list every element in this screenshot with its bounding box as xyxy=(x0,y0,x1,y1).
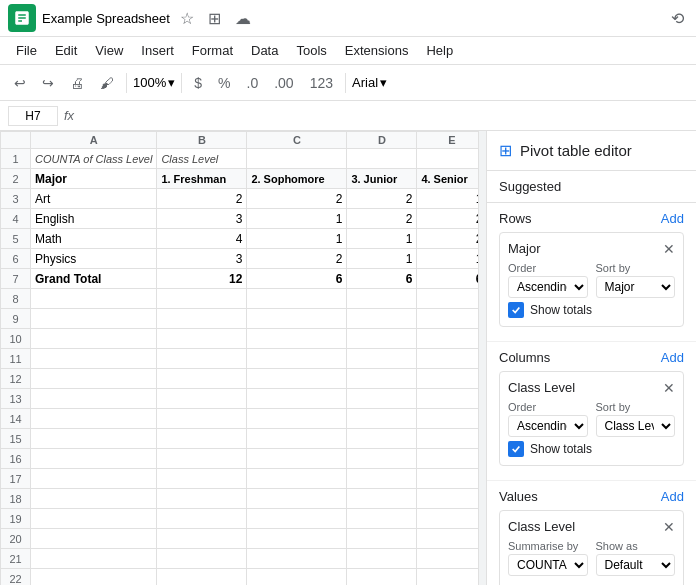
cell-d6[interactable]: 1 xyxy=(347,249,417,269)
table-row: 2 Major 1. Freshman 2. Sophomore 3. Juni… xyxy=(1,169,479,189)
row-num-3: 3 xyxy=(1,189,31,209)
cell-a4[interactable]: English xyxy=(31,209,157,229)
cell-c2[interactable]: 2. Sophomore xyxy=(247,169,347,189)
star-icon[interactable]: ☆ xyxy=(176,7,198,30)
rows-add-button[interactable]: Add xyxy=(661,211,684,226)
col-header-e[interactable]: E xyxy=(417,132,478,149)
menu-view[interactable]: View xyxy=(87,39,131,62)
values-section: Values Add ✕ Class Level Summarise by CO… xyxy=(487,481,696,585)
values-summarise-by-select[interactable]: COUNTA SUM COUNT AVERAGE xyxy=(508,554,588,576)
rows-card-close-button[interactable]: ✕ xyxy=(663,241,675,257)
cell-a3[interactable]: Art xyxy=(31,189,157,209)
columns-order-select[interactable]: Ascending Descending xyxy=(508,415,588,437)
cell-d4[interactable]: 2 xyxy=(347,209,417,229)
values-add-button[interactable]: Add xyxy=(661,489,684,504)
table-row: 1 COUNTA of Class Level Class Level xyxy=(1,149,479,169)
menu-format[interactable]: Format xyxy=(184,39,241,62)
toolbar-divider-2 xyxy=(181,73,182,93)
cell-b5[interactable]: 4 xyxy=(157,229,247,249)
col-header-c[interactable]: C xyxy=(247,132,347,149)
columns-sort-by-select[interactable]: Class Level xyxy=(596,415,676,437)
menu-tools[interactable]: Tools xyxy=(288,39,334,62)
percent-button[interactable]: % xyxy=(212,72,236,94)
cell-d7[interactable]: 6 xyxy=(347,269,417,289)
columns-show-totals-checkbox[interactable] xyxy=(508,441,524,457)
history-icon[interactable]: ⟲ xyxy=(667,7,688,30)
col-header-d[interactable]: D xyxy=(347,132,417,149)
decimal-decrease-button[interactable]: .0 xyxy=(241,72,265,94)
app-title: Example Spreadsheet xyxy=(42,11,170,26)
cell-e4[interactable]: 2 xyxy=(417,209,478,229)
decimal-increase-button[interactable]: .00 xyxy=(268,72,299,94)
spreadsheet-area: A B C D E F 1 COUNTA of Class Level Clas… xyxy=(0,131,478,585)
cell-c7[interactable]: 6 xyxy=(247,269,347,289)
rows-sort-by-select[interactable]: Major xyxy=(596,276,676,298)
cell-b1[interactable]: Class Level xyxy=(157,149,247,169)
font-selector[interactable]: Arial ▾ xyxy=(352,75,387,90)
cell-c1[interactable] xyxy=(247,149,347,169)
font-dropdown-icon: ▾ xyxy=(380,75,387,90)
rows-show-totals-checkbox[interactable] xyxy=(508,302,524,318)
cell-e5[interactable]: 2 xyxy=(417,229,478,249)
cell-a6[interactable]: Physics xyxy=(31,249,157,269)
cell-a2[interactable]: Major xyxy=(31,169,157,189)
cell-a5[interactable]: Math xyxy=(31,229,157,249)
menu-help[interactable]: Help xyxy=(418,39,461,62)
cell-e2[interactable]: 4. Senior xyxy=(417,169,478,189)
rows-section-label: Rows xyxy=(499,211,532,226)
cell-d5[interactable]: 1 xyxy=(347,229,417,249)
cell-b6[interactable]: 3 xyxy=(157,249,247,269)
format-number-button[interactable]: 123 xyxy=(304,72,339,94)
cell-e3[interactable]: 1 xyxy=(417,189,478,209)
cell-b3[interactable]: 2 xyxy=(157,189,247,209)
values-card-close-button[interactable]: ✕ xyxy=(663,519,675,535)
menu-file[interactable]: File xyxy=(8,39,45,62)
cell-e1[interactable] xyxy=(417,149,478,169)
cell-b2[interactable]: 1. Freshman xyxy=(157,169,247,189)
cell-d1[interactable] xyxy=(347,149,417,169)
columns-add-button[interactable]: Add xyxy=(661,350,684,365)
rows-major-card: ✕ Major Order Ascending Descending Sort … xyxy=(499,232,684,327)
print-button[interactable]: 🖨 xyxy=(64,72,90,94)
currency-button[interactable]: $ xyxy=(188,72,208,94)
folder-icon[interactable]: ⊞ xyxy=(204,7,225,30)
menu-insert[interactable]: Insert xyxy=(133,39,182,62)
col-header-b[interactable]: B xyxy=(157,132,247,149)
row-num-6: 6 xyxy=(1,249,31,269)
cell-c6[interactable]: 2 xyxy=(247,249,347,269)
paint-format-button[interactable]: 🖌 xyxy=(94,72,120,94)
columns-card-controls: Order Ascending Descending Sort by Class… xyxy=(508,401,675,437)
menu-edit[interactable]: Edit xyxy=(47,39,85,62)
corner-header xyxy=(1,132,31,149)
columns-card-close-button[interactable]: ✕ xyxy=(663,380,675,396)
rows-section: Rows Add ✕ Major Order Ascending Descend… xyxy=(487,203,696,342)
table-row: 3 Art 2 2 2 1 7 xyxy=(1,189,479,209)
menu-data[interactable]: Data xyxy=(243,39,286,62)
zoom-control[interactable]: 100% ▾ xyxy=(133,75,175,90)
cell-c5[interactable]: 1 xyxy=(247,229,347,249)
cell-c3[interactable]: 2 xyxy=(247,189,347,209)
cell-d3[interactable]: 2 xyxy=(347,189,417,209)
toolbar: ↩ ↪ 🖨 🖌 100% ▾ $ % .0 .00 123 Arial ▾ xyxy=(0,65,696,101)
columns-order-label: Order xyxy=(508,401,588,413)
pivot-panel-title: Pivot table editor xyxy=(520,142,632,159)
redo-button[interactable]: ↪ xyxy=(36,72,60,94)
rows-order-select[interactable]: Ascending Descending xyxy=(508,276,588,298)
cell-e7[interactable]: 6 xyxy=(417,269,478,289)
col-header-a[interactable]: A xyxy=(31,132,157,149)
cell-a1[interactable]: COUNTA of Class Level xyxy=(31,149,157,169)
undo-button[interactable]: ↩ xyxy=(8,72,32,94)
cell-e6[interactable]: 1 xyxy=(417,249,478,269)
cell-c4[interactable]: 1 xyxy=(247,209,347,229)
values-show-as-select[interactable]: Default xyxy=(596,554,676,576)
cell-b4[interactable]: 3 xyxy=(157,209,247,229)
cloud-icon[interactable]: ☁ xyxy=(231,7,255,30)
table-row: 17 xyxy=(1,469,479,489)
cell-a7[interactable]: Grand Total xyxy=(31,269,157,289)
cell-d2[interactable]: 3. Junior xyxy=(347,169,417,189)
formula-input[interactable] xyxy=(80,108,688,123)
menu-extensions[interactable]: Extensions xyxy=(337,39,417,62)
rows-show-totals-label: Show totals xyxy=(530,303,592,317)
cell-b7[interactable]: 12 xyxy=(157,269,247,289)
cell-reference[interactable] xyxy=(8,106,58,126)
